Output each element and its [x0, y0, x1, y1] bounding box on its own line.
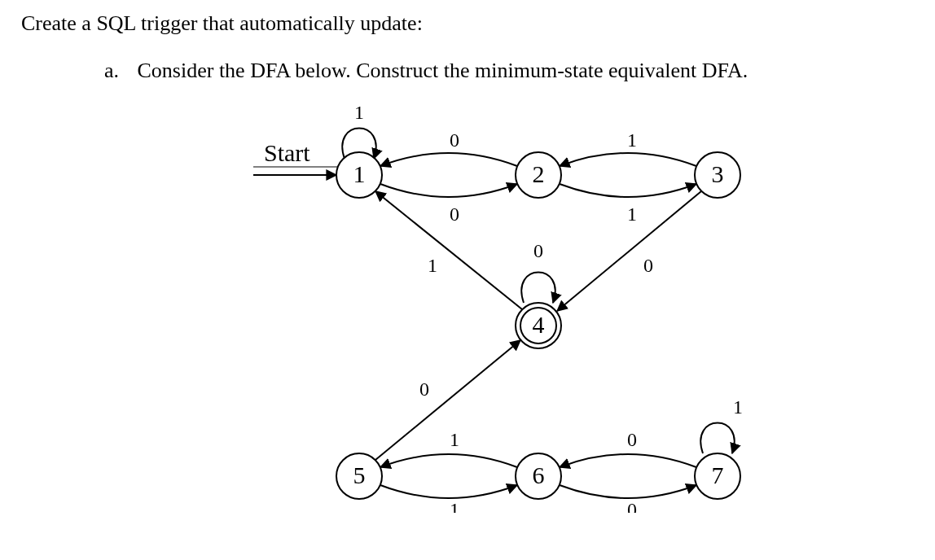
page: Create a SQL trigger that automatically …	[0, 0, 935, 560]
edge-label-4to1: 1	[428, 255, 437, 276]
edge-label-1to2-top: 0	[450, 129, 459, 151]
state-1-label: 1	[353, 160, 366, 187]
edge-label-loop1: 1	[354, 102, 364, 123]
state-2-label: 2	[533, 160, 545, 187]
edge-label-3to2-bottom: 1	[627, 203, 637, 225]
sub-item-letter: a.	[104, 59, 132, 83]
state-7-label: 7	[712, 462, 724, 488]
edge-label-7to6-bottom: 0	[627, 499, 637, 514]
edge-label-2to1-bottom: 0	[450, 203, 459, 225]
edge-label-5to4: 0	[419, 378, 429, 400]
edge-label-6to5-bottom: 1	[450, 499, 459, 514]
sub-item-text: Consider the DFA below. Construct the mi…	[138, 59, 748, 82]
dfa-diagram: Start 1 0 0 1 1 1 0 0 0	[241, 90, 811, 513]
svg-line-2	[375, 191, 522, 309]
edge-label-6to7-top: 0	[627, 429, 637, 450]
edge-label-5to6-top: 1	[450, 429, 459, 450]
start-label: Start	[264, 139, 310, 166]
sub-item: a. Consider the DFA below. Construct the…	[104, 59, 914, 83]
svg-line-4	[375, 340, 520, 460]
edge-label-loop7: 1	[733, 396, 743, 418]
edge-label-2to3-top: 1	[627, 129, 637, 151]
edge-label-loop4: 0	[533, 240, 543, 261]
edge-label-3to4: 0	[643, 255, 653, 276]
prompt-text: Create a SQL trigger that automatically …	[21, 11, 914, 36]
state-3-label: 3	[712, 160, 724, 187]
state-5-label: 5	[353, 462, 366, 488]
state-6-label: 6	[533, 462, 545, 488]
state-4-label: 4	[533, 311, 545, 338]
